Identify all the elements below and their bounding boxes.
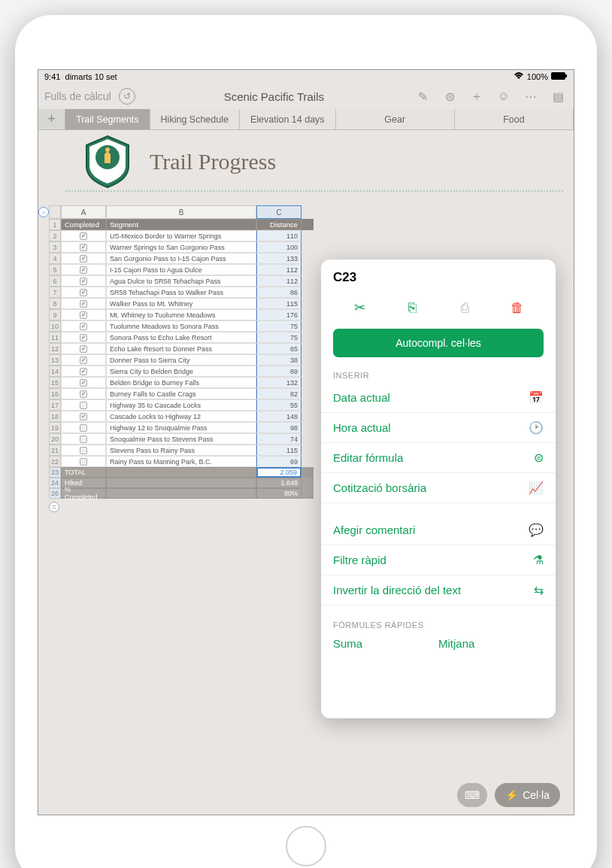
checkbox[interactable]: ✓: [80, 413, 87, 420]
row-num[interactable]: 22: [49, 456, 61, 467]
total-label[interactable]: TOTAL: [61, 467, 106, 478]
header-distance[interactable]: Distance: [256, 219, 301, 230]
row-num[interactable]: 17: [49, 399, 61, 411]
insert-time[interactable]: Hora actual🕑: [321, 413, 556, 443]
row-num[interactable]: 2: [49, 230, 61, 241]
add-sheet-button[interactable]: +: [38, 109, 65, 129]
completed-cell[interactable]: ✓: [61, 377, 106, 388]
col-header-c[interactable]: C: [256, 205, 301, 219]
row-num[interactable]: 11: [49, 332, 61, 343]
checkbox[interactable]: ✓: [80, 334, 87, 341]
row-drag-handle[interactable]: =: [49, 502, 59, 512]
distance-cell[interactable]: 86: [256, 287, 301, 298]
distance-cell[interactable]: 65: [256, 343, 301, 354]
distance-cell[interactable]: 69: [256, 456, 301, 467]
segment-cell[interactable]: Highway 35 to Cascade Locks: [106, 399, 256, 411]
total-value-selected-cell[interactable]: 2.059: [256, 467, 301, 478]
segment-cell[interactable]: Snoqualmie Pass to Stevens Pass: [106, 433, 256, 445]
completed-cell[interactable]: ✓: [61, 309, 106, 320]
distance-cell[interactable]: 176: [256, 309, 301, 320]
table-corner-handle[interactable]: ○: [38, 207, 49, 217]
segment-cell[interactable]: Warner Springs to San Gorgonio Pass: [106, 241, 256, 253]
distance-cell[interactable]: 110: [256, 230, 301, 241]
keyboard-pill[interactable]: ⌨: [457, 783, 487, 807]
row-num[interactable]: 5: [49, 264, 61, 275]
segment-cell[interactable]: Burney Falls to Castle Crags: [106, 388, 256, 399]
completed-cell[interactable]: ✓: [61, 241, 106, 253]
distance-cell[interactable]: 132: [256, 377, 301, 388]
stock-quote[interactable]: Cotització borsària📈: [321, 473, 556, 503]
more-icon[interactable]: ⋯: [521, 86, 541, 106]
row-num[interactable]: 19: [49, 422, 61, 433]
row-num[interactable]: 6: [49, 275, 61, 287]
checkbox[interactable]: ✓: [80, 278, 87, 285]
completed-cell[interactable]: ✓: [61, 275, 106, 287]
completed-cell[interactable]: ✓: [61, 287, 106, 298]
distance-cell[interactable]: 115: [256, 445, 301, 456]
completed-cell[interactable]: ✓: [61, 298, 106, 309]
checkbox[interactable]: ✓: [80, 232, 87, 240]
checkbox[interactable]: ✓: [80, 289, 87, 296]
completed-cell[interactable]: [61, 422, 106, 433]
checkbox[interactable]: ✓: [80, 244, 87, 251]
distance-cell[interactable]: 115: [256, 298, 301, 309]
completed-cell[interactable]: [61, 445, 106, 456]
completed-cell[interactable]: ✓: [61, 332, 106, 343]
segment-cell[interactable]: Mt. Whitney to Tuolumne Meadows: [106, 309, 256, 320]
corner-cell[interactable]: [49, 205, 61, 219]
distance-cell[interactable]: 75: [256, 320, 301, 332]
completed-cell[interactable]: ✓: [61, 320, 106, 332]
row-num[interactable]: 21: [49, 445, 61, 456]
segment-cell[interactable]: US-Mexico Border to Warner Springs: [106, 230, 256, 241]
segment-cell[interactable]: Stevens Pass to Rainy Pass: [106, 445, 256, 456]
tab-gear[interactable]: Gear: [336, 109, 455, 129]
segment-cell[interactable]: Rainy Pass to Manning Park, B.C.: [106, 456, 256, 467]
segment-cell[interactable]: I-15 Cajon Pass to Agua Dulce: [106, 264, 256, 275]
row-num[interactable]: 10: [49, 320, 61, 332]
segment-cell[interactable]: Donner Pass to Sierra City: [106, 354, 256, 366]
distance-cell[interactable]: 112: [256, 275, 301, 287]
segment-cell[interactable]: Walker Pass to Mt. Whitney: [106, 298, 256, 309]
row-num[interactable]: 9: [49, 309, 61, 320]
copy-button[interactable]: ⎘: [400, 296, 424, 320]
row-num[interactable]: 8: [49, 298, 61, 309]
completed-cell[interactable]: ✓: [61, 411, 106, 422]
row-num[interactable]: 20: [49, 433, 61, 445]
add-icon[interactable]: ＋: [467, 86, 486, 106]
checkbox[interactable]: [80, 402, 87, 409]
row-num[interactable]: 15: [49, 377, 61, 388]
paste-button[interactable]: ⎙: [453, 296, 477, 320]
autofill-button[interactable]: Autocompl. cel·les: [333, 329, 544, 357]
checkbox[interactable]: [80, 458, 87, 466]
completed-cell[interactable]: ✓: [61, 354, 106, 366]
distance-cell[interactable]: 112: [256, 264, 301, 275]
checkbox[interactable]: ✓: [80, 379, 87, 387]
checkbox[interactable]: ✓: [80, 323, 87, 330]
row-num[interactable]: 14: [49, 366, 61, 377]
completed-cell[interactable]: [61, 399, 106, 411]
quick-sum[interactable]: Suma: [333, 637, 438, 650]
checkbox[interactable]: ✓: [80, 357, 87, 364]
row-num[interactable]: 18: [49, 411, 61, 422]
distance-cell[interactable]: 55: [256, 399, 301, 411]
quick-avg[interactable]: Mitjana: [438, 637, 544, 650]
distance-cell[interactable]: 75: [256, 332, 301, 343]
checkbox[interactable]: [80, 447, 87, 454]
insert-date[interactable]: Data actual📅: [321, 383, 556, 413]
distance-cell[interactable]: 74: [256, 433, 301, 445]
completed-cell[interactable]: ✓: [61, 366, 106, 377]
cell-pill[interactable]: ⚡Cel·la: [495, 783, 560, 807]
tab-elevation[interactable]: Elevation 14 days: [240, 109, 336, 129]
distance-cell[interactable]: 133: [256, 253, 301, 264]
collab-icon[interactable]: ☺: [494, 86, 514, 106]
completed-cell[interactable]: [61, 433, 106, 445]
row-num[interactable]: 23: [49, 467, 61, 478]
completed-cell[interactable]: ✓: [61, 388, 106, 399]
back-button[interactable]: Fulls de càlcul: [44, 90, 111, 102]
row-num[interactable]: 4: [49, 253, 61, 264]
invert-text-dir[interactable]: Invertir la direcció del text⇆: [321, 575, 556, 605]
row-num[interactable]: 12: [49, 343, 61, 354]
filter-icon[interactable]: ⊜: [440, 86, 459, 106]
completed-cell[interactable]: [61, 456, 106, 467]
segment-cell[interactable]: Agua Dulce to SR58 Tehachapi Pass: [106, 275, 256, 287]
